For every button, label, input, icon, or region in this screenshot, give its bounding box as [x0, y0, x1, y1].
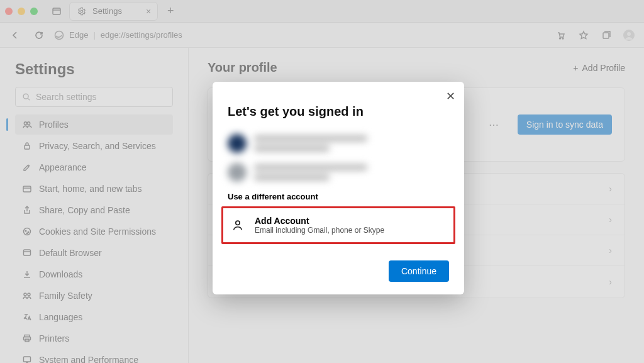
- browser-window: Settings × + Edge | edge://settings/prof…: [0, 0, 644, 363]
- add-account-subtitle: Email including Gmail, phone or Skype: [255, 226, 384, 235]
- dialog-actions: Continue: [228, 260, 449, 282]
- add-account-texts: Add Account Email including Gmail, phone…: [255, 216, 384, 235]
- sign-in-dialog: ✕ Let's get you signed in Use a differen…: [213, 82, 464, 294]
- dialog-title: Let's get you signed in: [228, 104, 449, 119]
- add-account-option[interactable]: Add Account Email including Gmail, phone…: [221, 206, 455, 244]
- dialog-close-button[interactable]: ✕: [446, 89, 455, 103]
- account-option-blurred-1[interactable]: [228, 134, 449, 153]
- different-account-label: Use a different account: [228, 192, 449, 201]
- account-option-blurred-2[interactable]: [228, 163, 449, 182]
- add-account-title: Add Account: [255, 216, 384, 226]
- continue-button[interactable]: Continue: [389, 260, 449, 282]
- person-add-icon: [230, 217, 246, 233]
- svg-point-32: [236, 221, 240, 225]
